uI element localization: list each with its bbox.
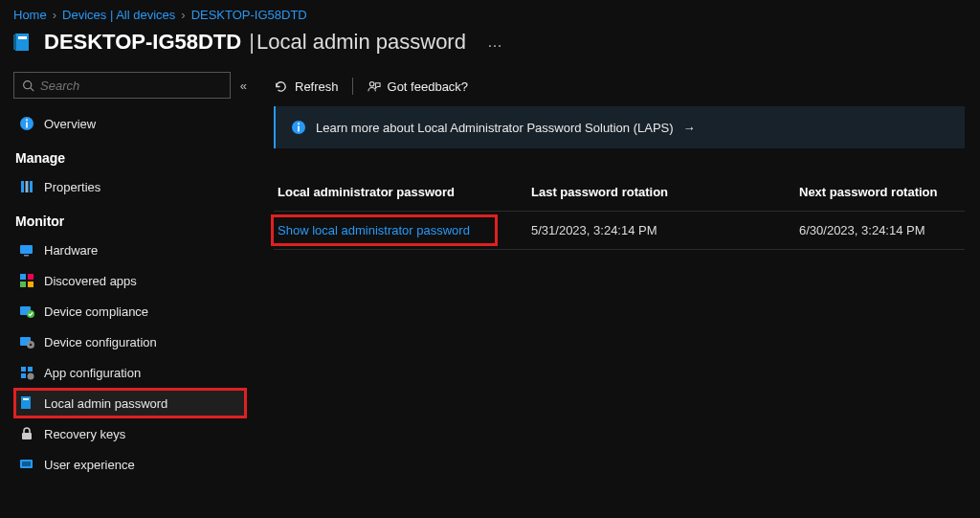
svg-rect-13 — [20, 274, 26, 280]
sidebar: « Overview Manage Properties Monitor — [0, 72, 247, 513]
col-header-password: Local administrator password — [274, 173, 527, 211]
sidebar-item-label: Recovery keys — [44, 427, 125, 441]
sidebar-item-device-compliance[interactable]: Device compliance — [13, 296, 247, 327]
svg-rect-16 — [28, 282, 33, 287]
svg-rect-11 — [20, 245, 33, 254]
main-content: Refresh Got feedback? Learn more about L… — [247, 72, 980, 513]
sidebar-item-label: Properties — [44, 180, 100, 194]
app-config-icon — [19, 365, 34, 380]
sidebar-item-label: App configuration — [44, 366, 141, 380]
sidebar-item-recovery-keys[interactable]: Recovery keys — [13, 418, 247, 449]
collapse-sidebar-button[interactable]: « — [240, 79, 247, 93]
svg-rect-30 — [22, 462, 31, 466]
svg-rect-22 — [21, 367, 26, 372]
sidebar-item-overview[interactable]: Overview — [13, 108, 247, 139]
info-icon — [291, 120, 306, 135]
chevron-right-icon: › — [53, 8, 56, 22]
svg-rect-1 — [13, 34, 16, 50]
sidebar-item-hardware[interactable]: Hardware — [13, 235, 247, 265]
svg-point-31 — [369, 81, 374, 86]
feedback-button[interactable]: Got feedback? — [367, 79, 469, 94]
svg-point-7 — [26, 119, 28, 121]
svg-point-21 — [30, 344, 33, 347]
info-banner[interactable]: Learn more about Local Administrator Pas… — [274, 106, 965, 148]
feedback-icon — [367, 79, 381, 94]
svg-rect-14 — [28, 274, 33, 280]
svg-rect-10 — [30, 181, 33, 192]
device-icon — [19, 395, 34, 411]
sidebar-item-device-configuration[interactable]: Device configuration — [13, 327, 247, 357]
refresh-button[interactable]: Refresh — [274, 79, 339, 94]
svg-rect-27 — [23, 398, 29, 400]
password-table: Local administrator password Last passwo… — [274, 173, 965, 250]
svg-rect-0 — [15, 34, 29, 51]
sidebar-item-user-experience[interactable]: User experience — [13, 449, 247, 480]
breadcrumb-device[interactable]: DESKTOP-IG58DTD — [191, 8, 307, 22]
banner-text: Learn more about Local Administrator Pas… — [316, 121, 674, 135]
next-rotation-value: 6/30/2023, 3:24:14 PM — [795, 212, 965, 249]
sidebar-item-label: Local admin password — [44, 396, 167, 411]
page-title: DESKTOP-IG58DTD |Local admin password — [44, 30, 466, 55]
svg-rect-12 — [24, 255, 29, 257]
svg-rect-26 — [21, 396, 31, 409]
toolbar: Refresh Got feedback? — [274, 72, 980, 106]
svg-rect-15 — [20, 282, 26, 287]
sidebar-item-local-admin-password[interactable]: Local admin password — [13, 388, 247, 418]
sidebar-item-label: Device compliance — [44, 304, 148, 319]
svg-point-25 — [28, 373, 34, 380]
refresh-icon — [274, 79, 288, 94]
more-actions-button[interactable]: … — [476, 34, 504, 51]
toolbar-separator — [352, 78, 353, 95]
search-input[interactable] — [13, 72, 231, 99]
sidebar-item-label: Overview — [44, 117, 96, 131]
svg-rect-8 — [21, 181, 24, 192]
chevron-right-icon: › — [181, 8, 185, 22]
hardware-icon — [19, 242, 34, 258]
sidebar-item-label: User experience — [44, 458, 135, 472]
page-header: DESKTOP-IG58DTD |Local admin password … — [0, 26, 980, 72]
table-row: Show local administrator password 5/31/2… — [274, 212, 965, 250]
col-header-last-rotation: Last password rotation — [527, 173, 795, 211]
device-config-icon — [19, 334, 34, 349]
lock-icon — [19, 426, 34, 441]
sidebar-item-properties[interactable]: Properties — [13, 171, 247, 202]
svg-rect-28 — [22, 433, 32, 439]
svg-rect-33 — [298, 126, 300, 132]
svg-rect-23 — [28, 367, 33, 372]
show-password-highlight: Show local administrator password — [271, 214, 498, 246]
device-icon — [13, 32, 34, 53]
sidebar-item-label: Hardware — [44, 243, 98, 258]
svg-line-4 — [31, 87, 33, 90]
sidebar-item-label: Discovered apps — [44, 274, 137, 288]
arrow-right-icon: → — [683, 121, 696, 135]
breadcrumb-devices[interactable]: Devices | All devices — [62, 8, 175, 22]
sidebar-section-monitor: Monitor — [13, 202, 247, 235]
breadcrumb: Home › Devices | All devices › DESKTOP-I… — [0, 0, 980, 26]
svg-rect-2 — [18, 36, 27, 39]
svg-rect-9 — [26, 181, 29, 192]
col-header-next-rotation: Next password rotation — [795, 173, 965, 211]
search-icon — [22, 79, 34, 92]
sidebar-item-app-configuration[interactable]: App configuration — [13, 357, 247, 388]
table-header-row: Local administrator password Last passwo… — [274, 173, 965, 212]
properties-icon — [19, 179, 34, 194]
user-experience-icon — [19, 457, 34, 472]
sidebar-item-label: Device configuration — [44, 335, 157, 349]
show-password-link[interactable]: Show local administrator password — [278, 223, 470, 237]
last-rotation-value: 5/31/2023, 3:24:14 PM — [527, 212, 795, 249]
svg-rect-24 — [21, 373, 26, 378]
sidebar-section-manage: Manage — [13, 139, 247, 171]
compliance-icon — [19, 304, 34, 319]
svg-point-3 — [24, 80, 32, 88]
svg-point-34 — [298, 123, 300, 124]
apps-icon — [19, 273, 34, 288]
sidebar-item-discovered-apps[interactable]: Discovered apps — [13, 265, 247, 296]
info-icon — [19, 116, 34, 131]
svg-rect-6 — [26, 123, 28, 128]
breadcrumb-home[interactable]: Home — [13, 8, 47, 22]
